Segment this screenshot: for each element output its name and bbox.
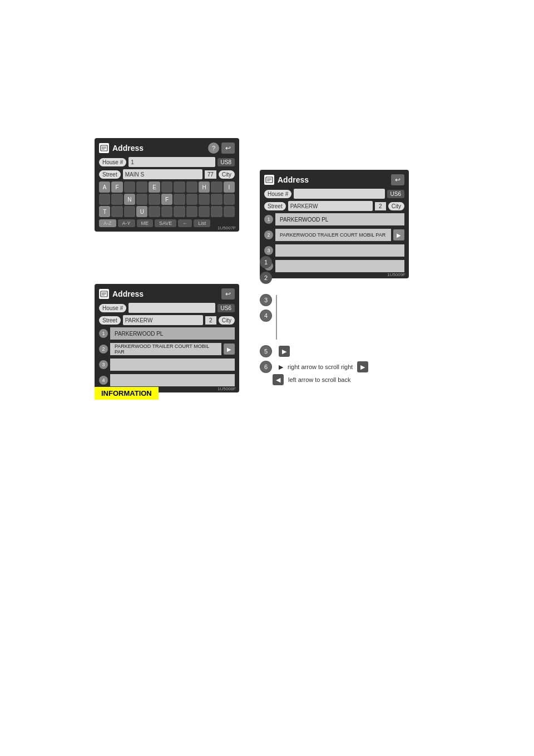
house-input-2[interactable]	[128, 303, 215, 313]
screen1: Address ? ↩ House # 1 US8 Street MAIN S …	[95, 138, 239, 232]
key-blank23	[211, 206, 222, 217]
circle-icon-3: 3	[260, 294, 272, 306]
screen2-title: Address	[99, 289, 144, 299]
address-icon	[99, 143, 109, 153]
city-btn-2[interactable]: City	[219, 316, 235, 325]
back-button-3[interactable]: ↩	[391, 174, 404, 185]
key-I[interactable]: I	[224, 181, 235, 193]
screen1-title: Address	[99, 143, 144, 153]
us8-btn-1[interactable]: US8	[217, 158, 235, 166]
right-arrow-icon-1[interactable]: ▶	[279, 346, 290, 357]
list-item-3-3	[275, 244, 404, 257]
list-area-3: 1 PARKERWOOD PL 2 PARKERWOOD TRAILER COU…	[264, 213, 404, 272]
key-blank1	[124, 181, 135, 193]
key-T[interactable]: T	[99, 206, 110, 217]
ay-btn[interactable]: A-Y	[118, 219, 135, 227]
list-item-3-1[interactable]: PARKERWOOD PL	[275, 213, 404, 225]
list-row-3-3: 3	[264, 244, 404, 257]
keyboard-1: A F E H I N F	[99, 181, 235, 227]
key-N[interactable]: N	[124, 194, 135, 205]
me-btn[interactable]: ME	[137, 219, 154, 227]
key-blank12	[186, 194, 197, 205]
key-blank10	[149, 194, 160, 205]
key-blank21	[186, 206, 197, 217]
key-blank20	[174, 206, 185, 217]
key-blank16	[111, 206, 122, 217]
screen3-header: Address ↩	[264, 174, 404, 185]
key-blank4	[174, 181, 185, 193]
list-item-3-2[interactable]: PARKERWOOD TRAILER COURT MOBIL PAR	[275, 229, 391, 241]
list-item-2-2[interactable]: PARKERWOOD TRAILER COURT MOBIL PAR	[110, 343, 221, 355]
help-button-1[interactable]: ?	[208, 143, 219, 154]
key-F[interactable]: F	[111, 181, 122, 193]
city-btn-3[interactable]: City	[388, 202, 404, 210]
house-input-3[interactable]	[294, 189, 384, 199]
street-label-2: Street	[99, 316, 121, 325]
key-blank3	[161, 181, 172, 193]
list-row-3-1: 1 PARKERWOOD PL	[264, 213, 404, 225]
screen1-header: Address ? ↩	[99, 143, 235, 154]
street-input-2[interactable]: PARKERW	[123, 315, 203, 325]
az-btn[interactable]: A-Z	[99, 219, 116, 227]
key-blank6	[211, 181, 222, 193]
key-E[interactable]: E	[149, 181, 160, 193]
list-row-2-3: 3	[99, 359, 235, 371]
key-blank7	[99, 194, 110, 205]
bottom-arrows-group: 5 ▶	[260, 345, 290, 357]
list-item-3-4	[275, 260, 404, 272]
back-button-1[interactable]: ↩	[221, 143, 235, 154]
screen2: Address ↩ House # US6 Street PARKERW 2 C…	[95, 284, 239, 392]
list-row-2-1: 1 PARKERWOOD PL	[99, 327, 235, 340]
key-U[interactable]: U	[136, 206, 147, 217]
street-label-3: Street	[264, 202, 286, 210]
key-blank24	[224, 206, 235, 217]
key-blank13	[199, 194, 210, 205]
house-row-3: House # US6	[264, 189, 404, 199]
us6-btn-3[interactable]: US6	[387, 190, 404, 198]
del-btn[interactable]: ←	[178, 219, 192, 227]
row-num-3-1: 1	[264, 215, 273, 224]
key-blank11	[174, 194, 185, 205]
bottom-arrows-group-2: 6 ▶ right arrow to scroll right ▶	[260, 361, 368, 373]
list-item-2-1[interactable]: PARKERWOOD PL	[110, 327, 235, 340]
row-num-2: 2	[99, 345, 108, 354]
house-label-3: House #	[264, 190, 291, 198]
street-row-3: Street PARKERW 2 City	[264, 201, 404, 211]
svg-text:3: 3	[264, 297, 268, 303]
street-input-3[interactable]: PARKERW	[288, 201, 373, 211]
svg-text:2: 2	[264, 274, 268, 281]
bottom-circle-1: 5	[260, 345, 272, 357]
screen3-title: Address	[264, 175, 309, 185]
circle-icon-2: 2	[260, 272, 272, 284]
screen3-label: 1U5009F	[387, 272, 406, 277]
list-btn-1[interactable]: List	[194, 219, 210, 227]
house-input-1[interactable]: 1	[128, 157, 215, 167]
right-arrow-ref: ▶	[279, 364, 283, 371]
key-H[interactable]: H	[199, 181, 210, 193]
row-num-3: 3	[99, 360, 108, 369]
scroll-right-2[interactable]: ▶	[224, 343, 235, 355]
scroll-right-3[interactable]: ▶	[393, 229, 404, 240]
list-area-2: 1 PARKERWOOD PL 2 PARKERWOOD TRAILER COU…	[99, 327, 235, 386]
street-label-1: Street	[99, 170, 121, 179]
screen1-title-text: Address	[112, 144, 144, 153]
street-input-1[interactable]: MAIN S	[123, 169, 202, 179]
left-arrow-icon[interactable]: ◀	[273, 374, 284, 385]
key-blank22	[199, 206, 210, 217]
svg-text:1: 1	[264, 259, 268, 266]
right-arrow-icon-2[interactable]: ▶	[357, 361, 368, 372]
us6-btn-2[interactable]: US6	[217, 304, 235, 312]
key-A[interactable]: A	[99, 181, 110, 193]
key-blank5	[186, 181, 197, 193]
street-number-2: 2	[205, 316, 216, 325]
row-num-4: 4	[99, 376, 108, 385]
city-btn-1[interactable]: City	[219, 170, 235, 179]
list-row-2-2: 2 PARKERWOOD TRAILER COURT MOBIL PAR ▶	[99, 343, 235, 355]
bottom-circle-2: 6	[260, 361, 272, 373]
key-blank17	[124, 206, 135, 217]
desc-line-right: right arrow to scroll right	[288, 364, 353, 370]
key-F2[interactable]: F	[161, 194, 172, 205]
circle-icon-4: 4	[260, 310, 272, 322]
save-btn[interactable]: SAVE	[155, 219, 176, 227]
back-button-2[interactable]: ↩	[221, 288, 235, 300]
